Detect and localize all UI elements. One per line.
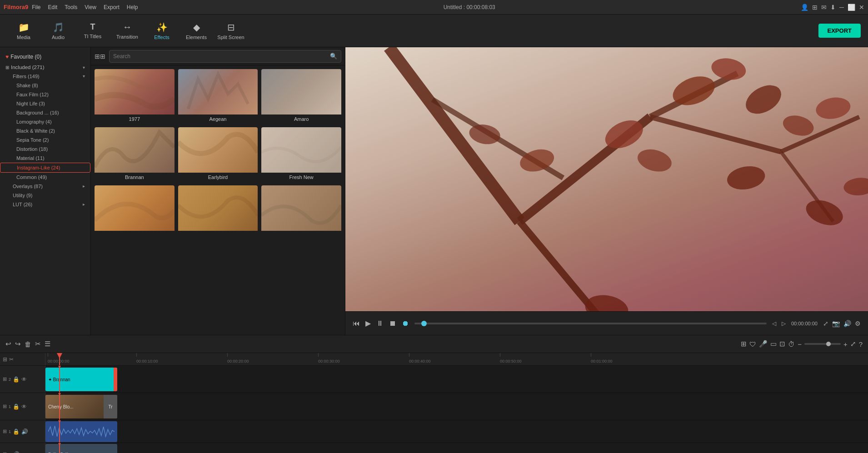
instagram-like-item[interactable]: Instagram-Like (24): [0, 163, 90, 173]
timeline-progress-bar[interactable]: [414, 323, 767, 324]
timer-icon[interactable]: ⏱: [788, 340, 795, 348]
background-item[interactable]: Background ... (16): [0, 108, 90, 117]
track-v1-content[interactable]: Cherry Blo... Tr: [45, 393, 868, 420]
zoom-in-icon[interactable]: +: [843, 340, 848, 348]
track-v1-visibility[interactable]: 👁: [21, 403, 27, 410]
scissors-button[interactable]: ✂: [35, 340, 41, 348]
close-button[interactable]: ✕: [859, 4, 864, 11]
effect-row3c[interactable]: [261, 185, 341, 234]
sepiatone-item[interactable]: Sepia Tone (2): [0, 135, 90, 144]
fullscreen-icon[interactable]: ⤢: [823, 320, 828, 327]
lomography-item[interactable]: Lomography (4): [0, 117, 90, 126]
effect-row3b[interactable]: [178, 185, 258, 234]
mic-icon[interactable]: 🎤: [759, 340, 768, 348]
lut-section[interactable]: LUT (26) ▸: [0, 200, 90, 209]
effect-freshnew[interactable]: Fresh New: [261, 127, 341, 182]
distortion-item[interactable]: Distortion (18): [0, 144, 90, 154]
search-box[interactable]: 🔍: [109, 50, 341, 63]
track-v2-visibility[interactable]: 👁: [21, 376, 27, 383]
minimize-button[interactable]: ─: [839, 4, 844, 11]
effect-brannan[interactable]: Brannan: [95, 127, 175, 182]
effect-aegean[interactable]: Aegean: [178, 69, 258, 124]
delete-button[interactable]: 🗑: [25, 340, 31, 348]
favourite-section[interactable]: ♥ Favourite (0): [0, 51, 90, 63]
effect-row3a[interactable]: [95, 185, 175, 234]
menu-view[interactable]: View: [85, 4, 96, 10]
toolbar-titles[interactable]: T TI Titles: [76, 16, 109, 45]
track-a1-lock[interactable]: 🔒: [13, 428, 20, 435]
overlay-icon[interactable]: ⊡: [779, 340, 785, 348]
effect-row3a-thumb: [95, 185, 175, 231]
undo-button[interactable]: ↩: [5, 340, 11, 348]
track-a1-volume[interactable]: 🔊: [21, 428, 28, 435]
toolbar-audio-label: Audio: [52, 35, 65, 40]
help-icon[interactable]: ?: [859, 340, 863, 348]
toolbar-media[interactable]: 📁 Media: [7, 16, 40, 45]
track-a1-content[interactable]: [45, 420, 868, 443]
record-button[interactable]: ⏺: [402, 319, 409, 328]
toolbar-splitscreen[interactable]: ⊟ Split Screen: [215, 16, 247, 45]
menu-edit[interactable]: Edit: [48, 4, 58, 10]
menu-tools[interactable]: Tools: [65, 4, 77, 10]
blackwhite-item[interactable]: Black & White (2): [0, 126, 90, 135]
zoom-slider[interactable]: [804, 343, 841, 345]
toolbar-elements[interactable]: ◆ Elements: [180, 16, 213, 45]
menu-export[interactable]: Export: [104, 4, 120, 10]
menu-help[interactable]: Help: [127, 4, 138, 10]
pause-button[interactable]: ⏸: [376, 319, 384, 328]
clip-drift[interactable]: Drift · Drift: [45, 444, 117, 453]
material-item[interactable]: Material (11): [0, 154, 90, 163]
settings-icon[interactable]: ⚙: [855, 320, 861, 327]
track-v2-lock[interactable]: 🔒: [13, 376, 20, 383]
search-input[interactable]: [113, 53, 327, 60]
nightlife-item[interactable]: Night Life (3): [0, 99, 90, 108]
fauxfilm-item[interactable]: Faux Film (12): [0, 90, 90, 99]
nav-prev-icon[interactable]: ◁: [772, 320, 776, 327]
track-panel-icon[interactable]: ⊞: [3, 356, 7, 363]
track-a1b-volume[interactable]: 🔊: [13, 451, 20, 453]
zoom-out-icon[interactable]: −: [798, 340, 802, 348]
download-icon[interactable]: ⬇: [830, 4, 836, 11]
filters-section[interactable]: Filters (149) ▾: [0, 72, 90, 81]
redo-button[interactable]: ↪: [15, 340, 21, 348]
common-item[interactable]: Common (49): [0, 173, 90, 182]
volume-icon[interactable]: 🔊: [843, 320, 851, 327]
utility-section[interactable]: Utility (9): [0, 191, 90, 200]
user-icon[interactable]: 👤: [801, 4, 808, 11]
toolbar-effects[interactable]: ✨ Effects: [145, 16, 178, 45]
menu-file[interactable]: File: [32, 4, 40, 10]
toolbar-audio[interactable]: 🎵 Audio: [42, 16, 75, 45]
nav-next-icon[interactable]: ▷: [782, 320, 786, 327]
left-panel: ♥ Favourite (0) ⊞Included (271) ▾ Filter…: [0, 47, 91, 335]
clip-brannan[interactable]: ✦ Brannan: [45, 368, 117, 391]
play-button[interactable]: ▶: [365, 319, 371, 328]
maximize-button[interactable]: ⬜: [848, 4, 855, 11]
fit-icon[interactable]: ⤢: [850, 340, 856, 348]
grid-toggle[interactable]: ⊞: [741, 340, 747, 348]
track-v1-lock[interactable]: 🔒: [13, 403, 20, 410]
captions-icon[interactable]: ▭: [770, 340, 777, 348]
effect-earlybird[interactable]: Earlybird: [178, 127, 258, 182]
grid-view-icon[interactable]: ⊞⊞: [95, 53, 105, 60]
shield-icon[interactable]: 🛡: [749, 340, 756, 348]
effect-amaro[interactable]: Amaro: [261, 69, 341, 124]
mail-icon[interactable]: ✉: [821, 4, 827, 11]
included-section[interactable]: ⊞Included (271) ▾: [0, 63, 90, 72]
snapshot-icon[interactable]: 📷: [832, 320, 840, 327]
shake-item[interactable]: Shake (8): [0, 81, 90, 90]
clip-cherry[interactable]: Cherry Blo... Tr: [45, 395, 117, 418]
stop-button[interactable]: ⏹: [389, 319, 396, 328]
snap-icon[interactable]: ✂: [9, 356, 14, 363]
export-button[interactable]: EXPORT: [818, 24, 861, 38]
track-a1b-icon: ⊞: [3, 451, 7, 453]
track-v2-content[interactable]: ✦ Brannan: [45, 366, 868, 393]
effect-1977[interactable]: 1977: [95, 69, 175, 124]
clip-audio[interactable]: [45, 421, 117, 442]
layout-icon[interactable]: ⊞: [812, 4, 818, 11]
ruler-time-20: 00:00:20:00: [227, 359, 249, 363]
track-a1b-content[interactable]: Drift · Drift: [45, 443, 868, 453]
toolbar-transition[interactable]: ↔ Transition: [111, 16, 144, 45]
overlays-section[interactable]: Overlays (87) ▸: [0, 182, 90, 191]
settings-button[interactable]: ☰: [45, 340, 50, 348]
prev-frame-button[interactable]: ⏮: [353, 319, 360, 328]
